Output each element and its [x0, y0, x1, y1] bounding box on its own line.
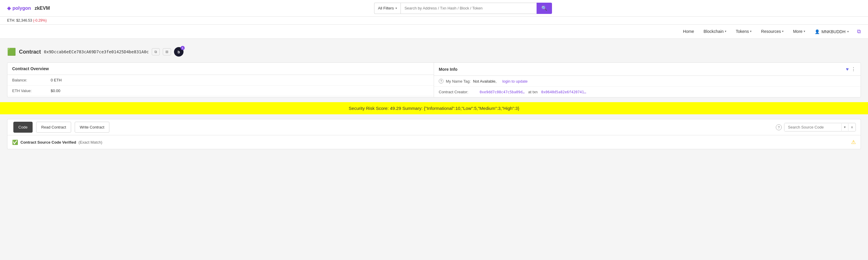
security-banner: Security Risk Score: 49.29 Summary: {"In… [0, 102, 868, 114]
nav-blockchain[interactable]: Blockchain ▾ [700, 25, 730, 38]
logo-polygon-label: polygon [12, 6, 31, 11]
contract-creator-label: Contract Creator: [439, 90, 477, 94]
tab-write-contract[interactable]: Write Contract [75, 122, 110, 133]
name-tag-label: My Name Tag: [446, 79, 471, 84]
tab-read-contract[interactable]: Read Contract [36, 122, 71, 133]
eth-price: $2,346.53 [16, 19, 32, 23]
nav-tokens-label: Tokens [736, 29, 749, 34]
source-help-icon[interactable]: ? [776, 124, 782, 130]
not-available-text: Not Available, [473, 79, 497, 84]
more-chevron-icon: ▾ [804, 30, 805, 33]
verified-sub: (Exact Match) [79, 140, 102, 144]
more-info-panel: More Info ♥ ⋮ ? My Name Tag: Not Availab… [434, 63, 861, 97]
filter-label: All Filters [378, 6, 394, 10]
nav-more-label: More [793, 29, 803, 34]
user-chevron-icon: ▾ [847, 30, 849, 33]
tokens-chevron-icon: ▾ [750, 30, 751, 33]
eth-change: (-0.29%) [33, 19, 46, 23]
contract-verified-row: ✅ Contract Source Code Verified (Exact M… [7, 135, 861, 149]
nav-more[interactable]: More ▾ [789, 25, 809, 38]
more-info-title: More Info [439, 67, 458, 72]
main-content: 🟩 Contract 0x9Dccab6eECe783cA69D7ce3fe01… [0, 39, 868, 102]
filter-chevron-icon: ▾ [396, 6, 397, 10]
warning-icon: ⚠ [851, 139, 856, 145]
logo[interactable]: ◈ polygon zkEVM [7, 5, 60, 11]
more-info-header: More Info ♥ ⋮ [434, 63, 861, 76]
search-input-wrapper [401, 3, 536, 14]
security-text: Security Risk Score: 49.29 Summary: {"In… [349, 106, 519, 111]
copy-address-button[interactable]: ⧉ [152, 48, 160, 55]
tabs-header: Code Read Contract Write Contract ? ▾ ∧ [7, 119, 861, 135]
top-bar: ◈ polygon zkEVM All Filters ▾ 🔍 [0, 0, 868, 17]
nav-bar: Home Blockchain ▾ Tokens ▾ Resources ▾ M… [0, 25, 868, 39]
contract-overview-panel: Contract Overview Balance: 0 ETH ETH Val… [7, 63, 434, 97]
source-search-chevron-icon[interactable]: ▾ [841, 124, 848, 131]
search-button[interactable]: 🔍 [536, 3, 552, 14]
tabs-section-wrapper: Code Read Contract Write Contract ? ▾ ∧ … [0, 114, 868, 152]
favorite-button[interactable]: ♥ [846, 67, 849, 72]
source-search-input[interactable] [784, 123, 841, 131]
nav-tokens[interactable]: Tokens ▾ [732, 25, 755, 38]
filter-dropdown[interactable]: All Filters ▾ [374, 3, 401, 14]
eth-value-value: $0.00 [51, 89, 60, 93]
avatar[interactable]: b 1 [174, 47, 184, 57]
avatar-letter: b [178, 50, 180, 54]
balance-row: Balance: 0 ETH [7, 75, 434, 86]
creator-address-link[interactable]: 0xe9dd7c08c47c5ba09d… [479, 90, 525, 94]
nav-home-label: Home [683, 29, 694, 34]
tabs-right: ? ▾ ∧ [776, 123, 856, 131]
tabs-left: Code Read Contract Write Contract [12, 119, 111, 135]
contract-overview-title: Contract Overview [7, 63, 434, 75]
nav-blockchain-label: Blockchain [704, 29, 724, 34]
user-account-icon: 👤 [815, 29, 820, 34]
nav-resources-label: Resources [761, 29, 781, 34]
source-search: ▾ ∧ [784, 123, 856, 131]
logo-zkevm-label: zkEVM [35, 6, 50, 11]
tabs-section: Code Read Contract Write Contract ? ▾ ∧ … [7, 119, 861, 149]
contract-label: Contract [19, 49, 41, 55]
eth-price-bar: ETH: $2,346.53 (-0.29%) [0, 17, 868, 25]
nav-username: MNKBUDDH [822, 29, 845, 34]
source-search-expand-icon[interactable]: ∧ [848, 124, 856, 131]
eth-value-label: ETH Value: [12, 89, 51, 93]
search-area: All Filters ▾ 🔍 [374, 3, 552, 14]
balance-value: 0 ETH [51, 78, 62, 82]
nav-home[interactable]: Home [679, 25, 698, 38]
info-panels: Contract Overview Balance: 0 ETH ETH Val… [7, 63, 861, 97]
more-options-button[interactable]: ⋮ [851, 66, 856, 72]
qr-code-button[interactable]: ⊞ [163, 48, 171, 55]
balance-label: Balance: [12, 78, 51, 82]
nav-user[interactable]: 👤 MNKBUDDH ▾ [811, 29, 852, 34]
contract-creator-row: Contract Creator: 0xe9dd7c08c47c5ba09d… … [434, 87, 861, 97]
name-tag-row: ? My Name Tag: Not Available, login to u… [434, 76, 861, 87]
eth-value-row: ETH Value: $0.00 [7, 86, 434, 96]
nav-external-link-icon: ⧉ [857, 28, 861, 35]
nav-resources[interactable]: Resources ▾ [757, 25, 787, 38]
search-input[interactable] [401, 3, 536, 14]
logo-text: polygon zkEVM [12, 6, 50, 11]
verified-checkmark-icon: ✅ [12, 139, 18, 145]
contract-emoji: 🟩 [7, 48, 16, 56]
more-info-actions: ♥ ⋮ [846, 66, 856, 72]
logo-icon: ◈ [7, 5, 11, 11]
name-tag-help-icon[interactable]: ? [439, 79, 443, 84]
tab-code[interactable]: Code [13, 122, 33, 133]
creator-txn-link[interactable]: 0x0640d5a82e6f420741… [541, 90, 586, 94]
avatar-badge: 1 [181, 46, 185, 50]
at-txn-text: at txn [528, 90, 538, 94]
resources-chevron-icon: ▾ [782, 30, 783, 33]
blockchain-chevron-icon: ▾ [725, 30, 726, 33]
verified-label: Contract Source Code Verified [21, 140, 76, 144]
eth-label: ETH: [7, 19, 15, 23]
contract-header: 🟩 Contract 0x9Dccab6eECe783cA69D7ce3fe01… [7, 43, 861, 60]
login-to-update-link[interactable]: login to update [502, 79, 527, 84]
contract-address: 0x9Dccab6eECe783cA69D7ce3fe01425D4be831A… [44, 50, 149, 54]
